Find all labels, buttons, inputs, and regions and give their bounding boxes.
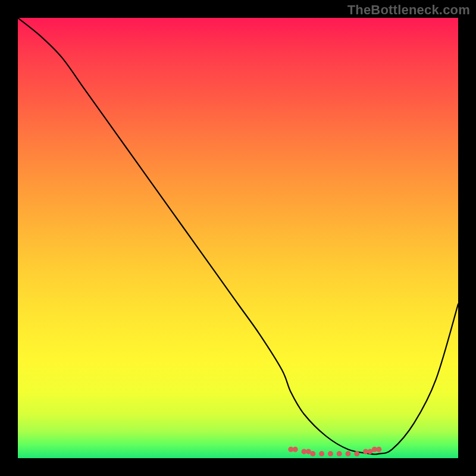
dot	[293, 447, 298, 452]
curve-svg	[18, 18, 458, 458]
chart-frame: TheBottleneck.com	[0, 0, 476, 476]
dot	[337, 451, 342, 456]
dot	[354, 451, 359, 456]
dot	[376, 447, 381, 452]
dot	[346, 451, 351, 456]
curve-dots	[288, 447, 381, 456]
dot	[319, 451, 324, 456]
dot	[310, 451, 315, 456]
watermark-text: TheBottleneck.com	[347, 2, 470, 18]
curve-main	[18, 18, 458, 455]
plot-area	[18, 18, 458, 458]
dot	[328, 451, 333, 456]
